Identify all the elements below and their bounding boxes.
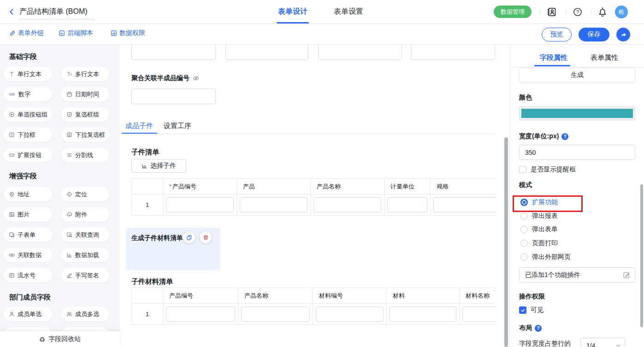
form-input[interactable] — [131, 45, 216, 60]
field-pill-dropdown[interactable]: 下拉框 — [4, 128, 52, 142]
radio-icon[interactable] — [520, 253, 528, 261]
row-width-select[interactable]: 1/4 — [580, 338, 625, 347]
preview-button[interactable]: 预览 — [542, 28, 572, 41]
field-pill-divider-line[interactable]: 分割线 — [61, 148, 109, 162]
data-permission-link[interactable]: 数据权限 — [111, 29, 145, 37]
button-text-preview[interactable]: 生成 — [519, 68, 635, 82]
divider — [566, 9, 566, 15]
tab-form-properties[interactable]: 表单属性 — [579, 52, 630, 64]
field-pill-attachment[interactable]: 附件 — [61, 207, 109, 222]
cell-input[interactable] — [462, 306, 496, 322]
layout-help-icon[interactable]: ? — [535, 325, 542, 332]
tab-form-settings[interactable]: 表单设置 — [334, 7, 363, 17]
dropdown-icon — [9, 132, 15, 138]
cell-input[interactable] — [390, 306, 456, 322]
field-pill-positioning[interactable]: 定位 — [61, 187, 109, 201]
field-pill-address[interactable]: 地址 — [4, 187, 52, 201]
field-pill-subform[interactable]: 子表单 — [4, 228, 52, 242]
visible-checkbox-row[interactable]: 可见 — [519, 306, 544, 314]
select-subitem-button[interactable]: 选择子件 — [131, 159, 186, 173]
field-pill-linked-data[interactable]: 关联数据 — [4, 248, 52, 262]
tab-finished-subitem[interactable]: 成品子件 — [125, 122, 153, 130]
cell-input[interactable] — [240, 197, 307, 212]
selected-generate-field[interactable]: 生成子件材料清单 生成 — [126, 228, 220, 270]
form-input[interactable] — [225, 45, 308, 60]
field-pill-dropdown-multi[interactable]: 下拉复选框 — [61, 128, 109, 142]
row-number: 1 — [132, 194, 163, 215]
user-avatar[interactable]: 检 — [615, 6, 628, 18]
field-pill-serial-number[interactable]: 流水号 — [4, 268, 52, 282]
radio-icon[interactable] — [520, 212, 528, 220]
link-icon — [9, 30, 16, 36]
field-pill-checkbox-group[interactable]: 复选框组 — [61, 107, 109, 122]
share-button[interactable] — [616, 28, 630, 41]
cell-input[interactable] — [316, 306, 384, 322]
notification-bell-icon[interactable] — [597, 7, 608, 17]
field-pill-datetime[interactable]: 日期时间 — [61, 87, 109, 101]
svg-text:123: 123 — [9, 92, 15, 96]
field-pill-number[interactable]: 123 数字 — [4, 87, 52, 101]
field-pill-handwritten-signature[interactable]: 手写签名 — [61, 268, 109, 282]
cell-input[interactable] — [313, 197, 381, 212]
radio-selected-icon[interactable] — [520, 199, 528, 206]
table-cell — [163, 303, 238, 324]
field-pill-extend-button[interactable]: 扩展按钮 — [4, 148, 52, 162]
canvas-scrollbar[interactable] — [504, 137, 508, 347]
field-pill-multi-line-text[interactable]: 多行文本 — [61, 67, 109, 81]
tab-set-process[interactable]: 设置工序 — [164, 122, 191, 130]
mode-option-page-print[interactable]: 页面打印 — [520, 239, 558, 247]
cell-input[interactable] — [241, 306, 310, 322]
delete-field-button[interactable] — [200, 231, 212, 243]
field-pill-member-single[interactable]: 成员单选 — [4, 307, 52, 321]
help-icon[interactable]: ? — [573, 7, 582, 17]
aggregate-field-input[interactable] — [131, 88, 216, 104]
tab-field-properties[interactable]: 字段属性 — [528, 52, 579, 64]
width-help-icon[interactable]: ? — [561, 133, 568, 140]
form-input[interactable] — [411, 45, 495, 60]
form-title[interactable]: 产品结构清单 (BOM) — [19, 7, 94, 19]
mode-option-popup-report[interactable]: 弹出报表 — [520, 212, 558, 220]
reminder-checkbox-row[interactable]: 是否显示提醒框 — [519, 165, 576, 174]
copy-field-button[interactable] — [183, 231, 195, 243]
cell-input[interactable] — [166, 197, 234, 212]
field-pill-image[interactable]: 图片 — [4, 207, 52, 222]
mode-option-popup-external-page[interactable]: 弹出外部网页 — [520, 253, 571, 261]
form-input[interactable] — [318, 45, 402, 60]
form-external-link[interactable]: 表单外链 — [9, 29, 44, 37]
operation-permission-label: 操作权限 — [519, 293, 545, 301]
radio-icon[interactable] — [520, 240, 528, 247]
cell-input[interactable] — [166, 306, 235, 322]
plugin-summary-box[interactable]: 已添加1个功能插件 — [519, 267, 635, 282]
cell-input[interactable] — [387, 197, 427, 212]
column-header: 产品 — [236, 179, 310, 194]
mode-option-popup-form[interactable]: 弹出表单 — [520, 225, 558, 234]
panel-scrollbar[interactable] — [640, 184, 643, 327]
visible-checkbox-checked[interactable] — [519, 306, 526, 314]
field-pill-member-multi[interactable]: 成员多选 — [61, 307, 109, 321]
width-input[interactable]: 350 — [519, 145, 635, 160]
single-line-text-icon — [9, 71, 15, 77]
field-pill-single-line-text[interactable]: 单行文本 — [4, 67, 52, 81]
form-designer-window: 产品结构清单 (BOM) 表单设计 表单设置 数据管理 ? 检 表单外链 后端脚… — [0, 0, 644, 347]
color-picker[interactable] — [519, 106, 635, 120]
field-recycle-bin[interactable]: ♻ 字段回收站 — [0, 331, 120, 347]
data-manage-button[interactable]: 数据管理 — [494, 6, 532, 18]
field-pill-linked-lookup[interactable]: 关联查询 — [61, 228, 109, 242]
radio-icon[interactable] — [520, 226, 528, 233]
cell-input[interactable] — [433, 197, 496, 212]
column-header: 计量单位 — [384, 179, 430, 194]
contacts-icon[interactable] — [547, 7, 557, 17]
mode-option-extend-function[interactable]: 扩展功能 — [520, 198, 558, 206]
subitem-table-row: 1 — [132, 194, 496, 215]
layout-label-row: 布局 ? — [519, 324, 542, 332]
tab-form-design[interactable]: 表单设计 — [278, 7, 307, 17]
field-pill-radio-group[interactable]: 单选按钮组 — [4, 107, 52, 122]
eye-off-icon[interactable] — [192, 75, 200, 82]
edit-pencil-icon[interactable] — [623, 271, 630, 279]
save-button[interactable]: 保存 — [579, 28, 609, 41]
backend-script-link[interactable]: 后端脚本 — [59, 29, 93, 37]
back-button[interactable] — [8, 8, 15, 15]
form-design-canvas[interactable]: 聚合关联半成品编号 成品子件 设置工序 子件清单 选择子件 *产品编号 产品 产… — [120, 45, 496, 347]
field-pill-data-load[interactable]: 数据加载 — [61, 248, 109, 262]
reminder-checkbox[interactable] — [519, 166, 526, 173]
